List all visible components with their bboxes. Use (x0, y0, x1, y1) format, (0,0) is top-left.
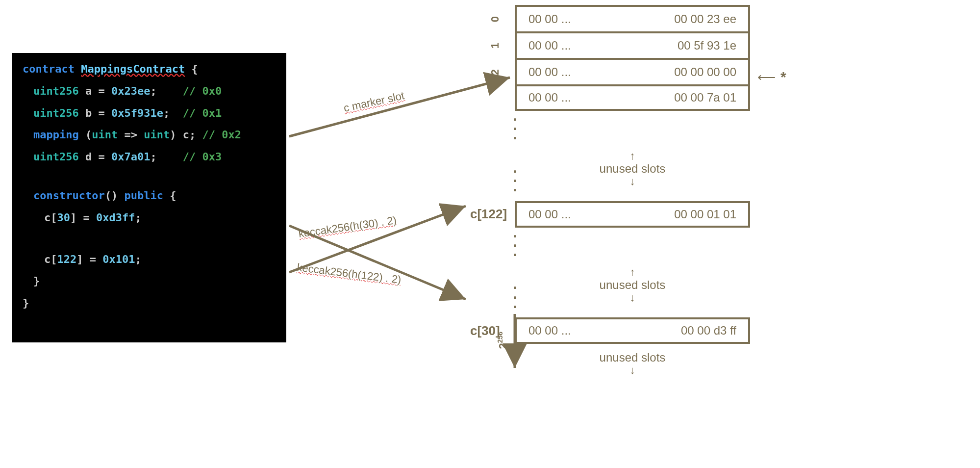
slot-label-c122: c[122] (470, 207, 507, 222)
star-marker: ⟵ * (757, 69, 786, 85)
code-line-2: uint256 a = 0x23ee; // 0x0 (23, 84, 276, 99)
slot-row-3: 00 00 ... 00 00 7a 01 (517, 84, 750, 111)
vdots-1: ··· (513, 111, 750, 147)
slot-c122-left: 00 00 ... (528, 208, 571, 221)
slot-c122-right: 00 00 01 01 (674, 208, 736, 221)
code-line-3: uint256 b = 0x5f931e; // 0x1 (23, 106, 276, 121)
slot-0-right: 00 00 23 ee (674, 12, 736, 26)
code-line-6: constructor() public { (23, 188, 276, 204)
slot-table-top: 0 00 00 ... 00 00 23 ee 1 00 00 ... 00 5… (515, 5, 750, 111)
slot-label-1: 1 (489, 43, 502, 49)
slot-1-right: 00 5f 93 1e (678, 39, 736, 52)
slot-3-right: 00 00 7a 01 (674, 91, 736, 104)
slot-1-left: 00 00 ... (528, 39, 571, 52)
slot-row-0: 0 00 00 ... 00 00 23 ee (517, 5, 750, 31)
code-line-5: uint256 d = 0x7a01; // 0x3 (23, 150, 276, 165)
axis-end-label: 2256 (496, 332, 509, 349)
arrow-down-icon: ↓ (515, 364, 750, 376)
arrow-up-icon: ↑ (515, 150, 750, 162)
code-line-8: c[122] = 0x101; (23, 252, 276, 267)
label-keccak-122: keccak256(h(122) . 2) (296, 261, 402, 286)
slot-row-2: 2 00 00 ... 00 00 00 00 (517, 58, 750, 84)
arrow-marker-slot (289, 78, 510, 136)
arrow-left-icon: ⟵ (757, 70, 776, 85)
brace-open: { (191, 63, 198, 75)
keyword-contract: contract (23, 63, 75, 75)
contract-name: MappingsContract (81, 63, 185, 75)
code-line-1: contract MappingsContract { (23, 62, 276, 77)
code-line-7: c[30] = 0xd3ff; (23, 210, 276, 226)
slot-3-left: 00 00 ... (528, 91, 571, 104)
label-keccak-30: keccak256(h(30) . 2) (298, 214, 397, 240)
unused-label-3: unused slots (515, 351, 750, 364)
slot-c30-left: 00 00 ... (528, 324, 571, 338)
code-line-9: } (23, 274, 276, 289)
slot-0-left: 00 00 ... (528, 12, 571, 26)
slot-label-2: 2 (489, 69, 502, 75)
slot-c30: c[30] 00 00 ... 00 00 d3 ff (515, 317, 750, 344)
storage-diagram: 0 00 00 ... 00 00 23 ee 1 00 00 ... 00 5… (515, 5, 750, 379)
slot-row-1: 1 00 00 ... 00 5f 93 1e (517, 31, 750, 58)
slot-2-left: 00 00 ... (528, 65, 571, 79)
slot-row-c30: c[30] 00 00 ... 00 00 d3 ff (517, 317, 750, 344)
unused-3: unused slots ↓ (515, 344, 750, 379)
slot-row-c122: c[122] 00 00 ... 00 00 01 01 (517, 201, 750, 228)
code-line-4: mapping (uint => uint) c; // 0x2 (23, 128, 276, 143)
slot-label-0: 0 (489, 16, 502, 22)
code-block: contract MappingsContract { uint256 a = … (12, 53, 286, 342)
asterisk: * (780, 69, 786, 85)
slot-2-right: 00 00 00 00 (674, 65, 736, 79)
label-marker-slot: c marker slot (343, 89, 406, 115)
slot-label-c30: c[30] (470, 323, 500, 338)
code-line-10: } (23, 296, 276, 311)
arrow-up-icon: ↑ (515, 266, 750, 278)
slot-c122: c[122] 00 00 ... 00 00 01 01 (515, 201, 750, 228)
vdots-3: ··· (513, 228, 750, 264)
slot-c30-right: 00 00 d3 ff (681, 324, 736, 338)
